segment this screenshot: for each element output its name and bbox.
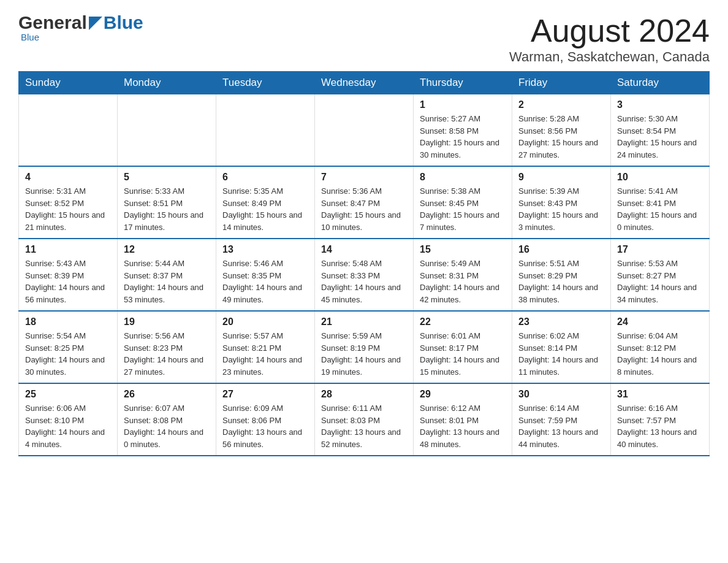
- calendar-cell: 30Sunrise: 6:14 AM Sunset: 7:59 PM Dayli…: [512, 383, 611, 456]
- day-number: 4: [25, 172, 111, 183]
- day-info: Sunrise: 5:30 AM Sunset: 8:54 PM Dayligh…: [617, 113, 703, 161]
- day-number: 22: [420, 316, 506, 327]
- day-info: Sunrise: 5:35 AM Sunset: 8:49 PM Dayligh…: [222, 185, 308, 233]
- calendar-cell: 4Sunrise: 5:31 AM Sunset: 8:52 PM Daylig…: [19, 166, 118, 239]
- day-number: 16: [518, 244, 604, 255]
- calendar-cell: 13Sunrise: 5:46 AM Sunset: 8:35 PM Dayli…: [216, 239, 315, 311]
- day-number: 25: [25, 389, 111, 400]
- day-number: 23: [518, 316, 604, 327]
- day-info: Sunrise: 5:46 AM Sunset: 8:35 PM Dayligh…: [222, 258, 308, 305]
- calendar-cell: [216, 94, 315, 167]
- day-number: 1: [420, 99, 506, 110]
- header-monday: Monday: [118, 72, 216, 94]
- day-info: Sunrise: 5:41 AM Sunset: 8:41 PM Dayligh…: [617, 185, 703, 233]
- day-number: 8: [420, 172, 506, 183]
- day-number: 17: [617, 244, 703, 255]
- day-number: 31: [617, 389, 703, 400]
- day-number: 13: [222, 244, 308, 255]
- calendar-cell: 22Sunrise: 6:01 AM Sunset: 8:17 PM Dayli…: [414, 311, 512, 383]
- header-sunday: Sunday: [19, 72, 118, 94]
- calendar-week-row: 11Sunrise: 5:43 AM Sunset: 8:39 PM Dayli…: [19, 239, 710, 311]
- page-subtitle: Warman, Saskatchewan, Canada: [509, 49, 710, 65]
- calendar-cell: 14Sunrise: 5:48 AM Sunset: 8:33 PM Dayli…: [315, 239, 414, 311]
- day-info: Sunrise: 5:54 AM Sunset: 8:25 PM Dayligh…: [25, 330, 111, 378]
- day-number: 9: [518, 172, 604, 183]
- day-info: Sunrise: 6:06 AM Sunset: 8:10 PM Dayligh…: [25, 402, 111, 450]
- calendar-cell: 9Sunrise: 5:39 AM Sunset: 8:43 PM Daylig…: [512, 166, 611, 239]
- day-info: Sunrise: 5:49 AM Sunset: 8:31 PM Dayligh…: [420, 258, 506, 305]
- calendar-cell: 11Sunrise: 5:43 AM Sunset: 8:39 PM Dayli…: [19, 239, 118, 311]
- calendar-cell: 27Sunrise: 6:09 AM Sunset: 8:06 PM Dayli…: [216, 383, 315, 456]
- day-info: Sunrise: 5:59 AM Sunset: 8:19 PM Dayligh…: [321, 330, 407, 378]
- day-number: 2: [518, 99, 604, 110]
- logo-general-text: General: [18, 12, 87, 33]
- calendar-cell: 6Sunrise: 5:35 AM Sunset: 8:49 PM Daylig…: [216, 166, 315, 239]
- calendar-cell: 12Sunrise: 5:44 AM Sunset: 8:37 PM Dayli…: [118, 239, 216, 311]
- calendar-week-row: 4Sunrise: 5:31 AM Sunset: 8:52 PM Daylig…: [19, 166, 710, 239]
- day-number: 18: [25, 316, 111, 327]
- calendar-cell: 8Sunrise: 5:38 AM Sunset: 8:45 PM Daylig…: [414, 166, 512, 239]
- day-number: 3: [617, 99, 703, 110]
- day-info: Sunrise: 5:56 AM Sunset: 8:23 PM Dayligh…: [124, 330, 210, 378]
- day-info: Sunrise: 5:51 AM Sunset: 8:29 PM Dayligh…: [518, 258, 604, 305]
- day-info: Sunrise: 5:27 AM Sunset: 8:58 PM Dayligh…: [420, 113, 506, 161]
- header-thursday: Thursday: [414, 72, 512, 94]
- header-wednesday: Wednesday: [315, 72, 414, 94]
- day-info: Sunrise: 5:38 AM Sunset: 8:45 PM Dayligh…: [420, 185, 506, 233]
- day-number: 21: [321, 316, 407, 327]
- calendar-cell: 17Sunrise: 5:53 AM Sunset: 8:27 PM Dayli…: [611, 239, 710, 311]
- calendar-week-row: 25Sunrise: 6:06 AM Sunset: 8:10 PM Dayli…: [19, 383, 710, 456]
- calendar-week-row: 18Sunrise: 5:54 AM Sunset: 8:25 PM Dayli…: [19, 311, 710, 383]
- day-number: 15: [420, 244, 506, 255]
- day-info: Sunrise: 5:39 AM Sunset: 8:43 PM Dayligh…: [518, 185, 604, 233]
- calendar-cell: 21Sunrise: 5:59 AM Sunset: 8:19 PM Dayli…: [315, 311, 414, 383]
- day-number: 28: [321, 389, 407, 400]
- calendar-cell: 3Sunrise: 5:30 AM Sunset: 8:54 PM Daylig…: [611, 94, 710, 167]
- page-title: August 2024: [509, 12, 710, 49]
- calendar-cell: 16Sunrise: 5:51 AM Sunset: 8:29 PM Dayli…: [512, 239, 611, 311]
- day-info: Sunrise: 5:36 AM Sunset: 8:47 PM Dayligh…: [321, 185, 407, 233]
- logo-blue-text: Blue: [104, 12, 143, 33]
- day-info: Sunrise: 6:04 AM Sunset: 8:12 PM Dayligh…: [617, 330, 703, 378]
- day-info: Sunrise: 6:07 AM Sunset: 8:08 PM Dayligh…: [124, 402, 210, 450]
- day-info: Sunrise: 5:48 AM Sunset: 8:33 PM Dayligh…: [321, 258, 407, 305]
- calendar-cell: [118, 94, 216, 167]
- day-info: Sunrise: 5:33 AM Sunset: 8:51 PM Dayligh…: [124, 185, 210, 233]
- day-info: Sunrise: 6:16 AM Sunset: 7:57 PM Dayligh…: [617, 402, 703, 450]
- day-number: 30: [518, 389, 604, 400]
- day-number: 19: [124, 316, 210, 327]
- day-info: Sunrise: 6:14 AM Sunset: 7:59 PM Dayligh…: [518, 402, 604, 450]
- calendar-cell: 10Sunrise: 5:41 AM Sunset: 8:41 PM Dayli…: [611, 166, 710, 239]
- logo-triangle-icon: [89, 17, 102, 30]
- calendar-cell: 29Sunrise: 6:12 AM Sunset: 8:01 PM Dayli…: [414, 383, 512, 456]
- day-info: Sunrise: 5:31 AM Sunset: 8:52 PM Dayligh…: [25, 185, 111, 233]
- day-info: Sunrise: 6:11 AM Sunset: 8:03 PM Dayligh…: [321, 402, 407, 450]
- calendar-cell: 31Sunrise: 6:16 AM Sunset: 7:57 PM Dayli…: [611, 383, 710, 456]
- calendar-cell: 23Sunrise: 6:02 AM Sunset: 8:14 PM Dayli…: [512, 311, 611, 383]
- day-number: 27: [222, 389, 308, 400]
- day-number: 12: [124, 244, 210, 255]
- calendar-cell: 15Sunrise: 5:49 AM Sunset: 8:31 PM Dayli…: [414, 239, 512, 311]
- day-info: Sunrise: 5:43 AM Sunset: 8:39 PM Dayligh…: [25, 258, 111, 305]
- day-info: Sunrise: 5:44 AM Sunset: 8:37 PM Dayligh…: [124, 258, 210, 305]
- day-info: Sunrise: 5:57 AM Sunset: 8:21 PM Dayligh…: [222, 330, 308, 378]
- calendar-cell: 28Sunrise: 6:11 AM Sunset: 8:03 PM Dayli…: [315, 383, 414, 456]
- calendar-cell: 1Sunrise: 5:27 AM Sunset: 8:58 PM Daylig…: [414, 94, 512, 167]
- calendar-cell: 5Sunrise: 5:33 AM Sunset: 8:51 PM Daylig…: [118, 166, 216, 239]
- day-number: 20: [222, 316, 308, 327]
- day-number: 26: [124, 389, 210, 400]
- page-header: General Blue Blue August 2024 Warman, Sa…: [18, 12, 710, 65]
- logo: General Blue Blue: [18, 12, 143, 42]
- calendar-cell: 18Sunrise: 5:54 AM Sunset: 8:25 PM Dayli…: [19, 311, 118, 383]
- calendar-cell: 2Sunrise: 5:28 AM Sunset: 8:56 PM Daylig…: [512, 94, 611, 167]
- title-area: August 2024 Warman, Saskatchewan, Canada: [509, 12, 710, 65]
- day-number: 7: [321, 172, 407, 183]
- calendar-week-row: 1Sunrise: 5:27 AM Sunset: 8:58 PM Daylig…: [19, 94, 710, 167]
- day-number: 11: [25, 244, 111, 255]
- header-friday: Friday: [512, 72, 611, 94]
- calendar-cell: [315, 94, 414, 167]
- calendar-cell: 20Sunrise: 5:57 AM Sunset: 8:21 PM Dayli…: [216, 311, 315, 383]
- day-info: Sunrise: 6:12 AM Sunset: 8:01 PM Dayligh…: [420, 402, 506, 450]
- day-number: 24: [617, 316, 703, 327]
- day-number: 5: [124, 172, 210, 183]
